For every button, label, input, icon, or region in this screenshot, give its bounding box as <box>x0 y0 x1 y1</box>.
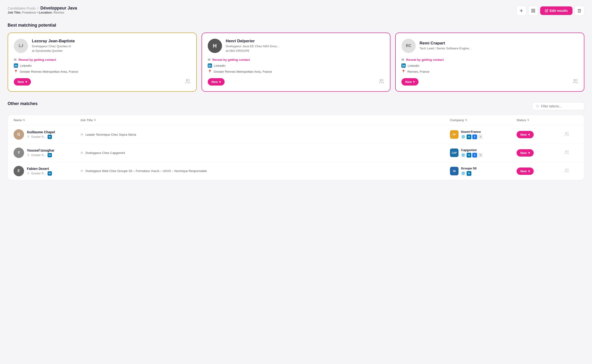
new-badge-hd[interactable]: New ▾ <box>208 78 225 85</box>
new-badge-fd[interactable]: New ▾ <box>517 168 534 175</box>
new-badge-rc[interactable]: New ▾ <box>401 78 418 85</box>
chevron-down-icon: ▾ <box>528 169 530 173</box>
card-header-rc: RC Remi Crapart Tech Lead / Senior Softw… <box>401 39 578 53</box>
svg-rect-1 <box>531 9 533 10</box>
person-meta-fd: Greater R... in <box>27 171 52 176</box>
linkedin-company-icon[interactable]: in <box>467 153 471 157</box>
svg-point-11 <box>565 132 567 134</box>
card-reveal-rc[interactable]: ✉ Reveal by getting contact <box>401 58 578 62</box>
breadcrumb-current: Développeur Java <box>40 6 77 11</box>
linkedin-company-icon[interactable]: in <box>467 135 471 139</box>
title-area: Candidates Pools / Développeur Java Job … <box>8 6 77 21</box>
card-role-hd: Dveloppeur Java EE Chez AMJ-Grou... at A… <box>226 44 279 53</box>
row-actions-gc[interactable] <box>564 131 579 137</box>
svg-point-17 <box>565 169 567 170</box>
job-cell-gc: Leader Technique Chez Sopra Steria <box>80 133 450 136</box>
card-reveal-hd[interactable]: ✉ Reveal by getting contact <box>208 58 384 62</box>
breadcrumb-parent[interactable]: Candidates Pools <box>8 6 36 10</box>
company-info-gc: Ouest-France 🌐 in f 𝕏 <box>461 130 483 139</box>
job-title-label: Job Title: <box>8 11 21 14</box>
page-header: Candidates Pools / Développeur Java Job … <box>8 6 584 21</box>
chevron-down-icon: ▾ <box>413 80 415 84</box>
twitter-icon[interactable]: 𝕏 <box>478 153 483 157</box>
row-actions-fd[interactable] <box>564 168 579 174</box>
person-name-yi: Youssef Izoughar <box>27 149 54 152</box>
candidate-card-rc: RC Remi Crapart Tech Lead / Senior Softw… <box>395 32 584 92</box>
twitter-icon[interactable]: 𝕏 <box>478 135 483 139</box>
filter-input-container[interactable] <box>532 102 584 110</box>
team-action-icon-fd[interactable] <box>564 168 569 173</box>
card-reveal-lj[interactable]: ✉ Reveal by getting contact <box>14 58 191 62</box>
globe-icon[interactable]: 🌐 <box>461 171 466 176</box>
card-linkedin-rc[interactable]: in LinkedIn <box>401 64 578 68</box>
company-cell-yi: CAP Capgemini 🌐 in f 𝕏 <box>450 148 517 157</box>
company-info-fd: Groupe SII 🌐 in <box>461 167 477 176</box>
location-icon: 📍 <box>208 70 212 73</box>
breadcrumb-separator: / <box>38 6 39 10</box>
globe-icon[interactable]: 🌐 <box>461 153 466 157</box>
other-matches-section: Other matches Name ⇅ Job Title ⇅ Company… <box>8 101 584 180</box>
card-name-lj: Lezoray Jean-Baptiste <box>32 39 75 44</box>
team-action-icon-gc[interactable] <box>564 131 569 136</box>
card-name-hd: Henri Delperier <box>226 39 279 44</box>
new-badge-lj[interactable]: New ▾ <box>14 78 31 85</box>
linkedin-icon: in <box>14 64 18 68</box>
table-row: Y Youssef Izoughar Greater R... in Dvelo… <box>8 144 584 162</box>
col-header-name[interactable]: Name ⇅ <box>13 118 80 122</box>
status-cell-yi: New ▾ <box>517 149 564 156</box>
person-name-fd: Fabien Desert <box>27 167 52 171</box>
col-header-company[interactable]: Company ⇅ <box>450 118 517 122</box>
team-icon-lj[interactable] <box>185 78 191 85</box>
sort-icon-job: ⇅ <box>94 118 96 122</box>
avatar-fd: F <box>13 166 24 176</box>
sort-icon-company: ⇅ <box>465 118 467 122</box>
edit-results-button[interactable]: Edit results <box>540 6 572 15</box>
company-info-yi: Capgemini 🌐 in f 𝕏 <box>461 148 483 157</box>
card-header-lj: LJ Lezoray Jean-Baptiste Dveloppeur Chez… <box>14 39 191 53</box>
team-icon-rc[interactable] <box>572 78 578 85</box>
header-actions: Edit results <box>516 6 584 16</box>
new-badge-gc[interactable]: New ▾ <box>517 131 534 138</box>
filter-talents-input[interactable] <box>541 104 580 108</box>
globe-icon[interactable]: 🌐 <box>461 135 466 139</box>
facebook-icon[interactable]: f <box>472 153 477 157</box>
filter-icon-button[interactable] <box>516 6 526 16</box>
breadcrumb: Candidates Pools / Développeur Java <box>8 6 77 11</box>
candidate-card-lj: LJ Lezoray Jean-Baptiste Dveloppeur Chez… <box>8 32 197 92</box>
facebook-icon[interactable]: f <box>472 135 477 139</box>
company-links-gc: 🌐 in f 𝕏 <box>461 135 483 139</box>
linkedin-company-icon[interactable]: in <box>467 171 471 176</box>
linkedin-badge-fd: in <box>47 171 52 176</box>
avatar-yi: Y <box>13 148 24 158</box>
card-linkedin-hd[interactable]: in LinkedIn <box>208 64 384 68</box>
company-logo-fd: SII <box>450 167 458 175</box>
col-header-status[interactable]: Status ⇅ <box>517 118 564 122</box>
grid-view-button[interactable] <box>528 6 538 16</box>
svg-rect-4 <box>533 11 535 12</box>
team-icon-hd[interactable] <box>379 78 384 85</box>
candidate-card-hd: H Henri Delperier Dveloppeur Java EE Che… <box>202 32 391 92</box>
delete-button[interactable] <box>574 6 584 16</box>
new-badge-yi[interactable]: New ▾ <box>517 149 534 156</box>
chevron-down-icon: ▾ <box>219 80 221 84</box>
person-info-gc: Guillaume Chapel Greater R... in <box>27 130 55 139</box>
card-footer-hd: New ▾ <box>208 78 384 85</box>
location-icon: 📍 <box>14 70 18 73</box>
col-header-job-title[interactable]: Job Title ⇅ <box>80 118 450 122</box>
card-info-hd: Henri Delperier Dveloppeur Java EE Chez … <box>226 39 279 53</box>
svg-point-0 <box>521 10 522 11</box>
row-actions-yi[interactable] <box>564 150 579 156</box>
company-logo-yi: CAP <box>450 149 458 157</box>
company-links-yi: 🌐 in f 𝕏 <box>461 153 483 157</box>
location-label: Location: <box>39 11 53 14</box>
card-details-hd: ✉ Reveal by getting contact in LinkedIn … <box>208 58 384 73</box>
svg-point-14 <box>565 151 567 152</box>
location-pin-icon <box>27 172 30 175</box>
search-icon <box>536 104 539 108</box>
card-linkedin-lj[interactable]: in LinkedIn <box>14 64 191 68</box>
team-action-icon-yi[interactable] <box>564 150 569 155</box>
job-cell-yi: Dveloppeur Chez Capgemini <box>80 151 450 155</box>
person-cell-gc: G Guillaume Chapel Greater R... in <box>13 129 80 140</box>
avatar-rc: RC <box>401 39 416 53</box>
chevron-down-icon: ▾ <box>26 80 27 84</box>
